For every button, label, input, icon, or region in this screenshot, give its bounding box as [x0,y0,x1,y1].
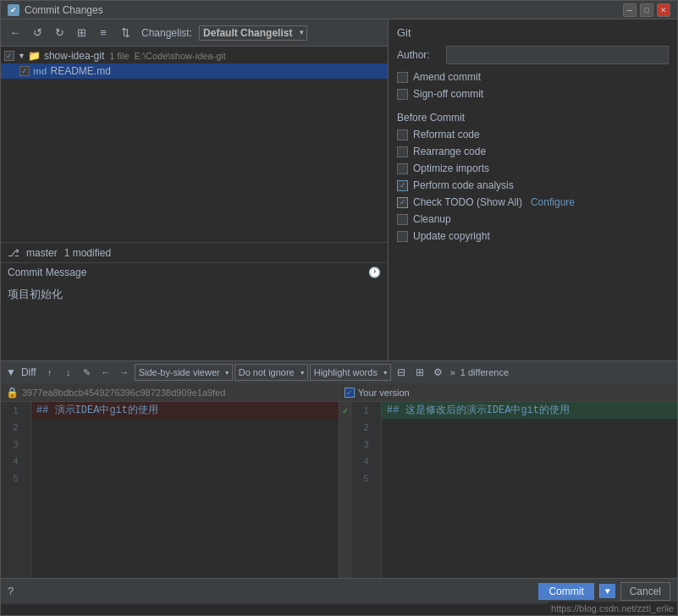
changelist-label: Changelist: [141,27,192,39]
code-analysis-row: Perform code analysis [397,179,669,191]
sign-off-checkbox[interactable] [397,89,408,100]
expand-icon-button[interactable]: ⊞ [411,364,428,381]
diff-right-line-2: 2 [351,419,381,436]
diff-left-code: ## 演示IDEA中git的使用 [31,402,339,578]
changelist-wrapper: Default Changelist ▼ [199,25,307,41]
diff-right-code-line-1: ## 这是修改后的演示IDEA中git的使用 [382,402,677,419]
highlight-type-dropdown[interactable]: Highlight words [310,364,391,381]
cancel-button[interactable]: Cancel [620,582,670,601]
amend-commit-checkbox[interactable] [397,72,408,83]
diff-edit-button[interactable]: ✎ [79,364,96,381]
viewer-type-dropdown[interactable]: Side-by-side viewer [135,364,233,381]
cleanup-checkbox[interactable] [397,214,408,225]
reformat-code-checkbox[interactable] [397,129,408,140]
branch-name: master [26,247,58,259]
diff-section: ▼ Diff ↑ ↓ ✎ ← → Side-by-side viewer ▼ D… [1,360,677,578]
diff-left-line-1: 1 [1,402,30,419]
tree-item-root[interactable]: ▼ 📁 show-idea-git 1 file E:\Code\show-id… [1,48,388,63]
collapse-icon-button[interactable]: ⊟ [393,364,410,381]
right-panel: Git Author: Amend commit Sign-off commit… [389,19,677,360]
reformat-code-label: Reformat code [413,129,480,140]
tree-checkbox-readme[interactable] [19,66,30,76]
diff-right-code-line-4 [382,453,677,470]
branch-status: ⎇ master 1 modified [1,242,388,262]
diff-file-hash: 3977ea8bdbcb4549276396c987238d909e1a9fed [22,388,225,398]
code-analysis-checkbox[interactable] [397,180,408,191]
diff-right-line-5: 5 [351,470,381,487]
list-button[interactable]: ≡ [94,24,113,42]
diff-prev-button[interactable]: ↑ [41,364,58,381]
diff-right-checkbox[interactable] [345,388,355,398]
undo-button[interactable]: ↺ [28,24,47,42]
bottom-right-actions: Commit ▼ Cancel [538,582,670,601]
diff-nav-left-button[interactable]: ← [97,364,114,381]
diff-left-code-line-2 [31,419,339,436]
settings-icon-button[interactable]: ⚙ [430,364,447,381]
diff-right-line-4: 4 [351,453,381,470]
diff-next-button[interactable]: ↓ [60,364,77,381]
viewer-dropdown-wrapper: Side-by-side viewer ▼ [135,364,233,381]
optimize-imports-checkbox[interactable] [397,163,408,174]
sort-button[interactable]: ⇅ [116,24,135,42]
amend-commit-row: Amend commit [397,71,669,83]
diff-indicator: ✓ [339,402,351,578]
commit-button[interactable]: Commit [538,583,593,600]
cleanup-row: Cleanup [397,213,669,225]
window-title: Commit Changes [25,4,623,16]
git-label: Git [397,26,669,39]
check-todo-checkbox[interactable] [397,197,408,208]
commit-header: Commit Message 🕐 [1,263,388,282]
commit-section: Commit Message 🕐 项目初始化 [1,262,388,360]
commit-message-input[interactable]: 项目初始化 [1,282,388,358]
diff-viewer: 🔒 3977ea8bdbcb4549276396c987238d909e1a9f… [1,383,677,578]
diff-header: ▼ Diff ↑ ↓ ✎ ← → Side-by-side viewer ▼ D… [1,361,677,383]
update-copyright-row: Update copyright [397,230,669,242]
optimize-imports-row: Optimize imports [397,162,669,174]
help-icon[interactable]: ? [8,585,14,597]
tree-checkbox-root[interactable] [4,51,14,61]
tree-item-readme[interactable]: md README.md [1,63,388,79]
diff-left-line-3: 3 [1,436,30,453]
diff-left-code-line-1: ## 演示IDEA中git的使用 [31,402,339,419]
file-icon: md [33,66,47,76]
tree-expand-icon: ▼ [18,52,25,60]
diff-right-code-line-3 [382,436,677,453]
author-input[interactable] [446,46,669,64]
tree-root-label: show-idea-git [44,50,104,62]
diff-label: Diff [21,366,36,378]
ignore-type-dropdown[interactable]: Do not ignore [234,364,308,381]
commit-dropdown-button[interactable]: ▼ [599,584,615,598]
diff-right-pane: Your version ✓ 1 2 3 [339,383,677,578]
minimize-button[interactable]: ─ [623,3,637,17]
diff-left-line-2: 2 [1,419,30,436]
configure-link[interactable]: Configure [531,196,575,208]
close-button[interactable]: ✕ [657,3,670,17]
lock-icon: 🔒 [6,387,19,399]
group-button[interactable]: ⊞ [72,24,91,42]
reformat-code-row: Reformat code [397,129,669,140]
update-copyright-checkbox[interactable] [397,231,408,242]
file-tree: ▼ 📁 show-idea-git 1 file E:\Code\show-id… [1,47,388,242]
optimize-imports-label: Optimize imports [413,162,489,174]
main-content: ← ↺ ↻ ⊞ ≡ ⇅ Changelist: Default Changeli… [1,19,677,360]
restore-button[interactable]: □ [640,3,653,17]
commit-changes-dialog: ✔ Commit Changes ─ □ ✕ ← ↺ ↻ ⊞ ≡ ⇅ Chang… [0,0,678,616]
commit-label: Commit Message [8,267,86,278]
back-button[interactable]: ← [6,24,25,42]
refresh-button[interactable]: ↻ [50,24,69,42]
diff-right-code-line-2 [382,419,677,436]
diff-right-code: ## 这是修改后的演示IDEA中git的使用 [382,402,677,578]
bottom-bar: ? Commit ▼ Cancel [1,578,677,603]
rearrange-code-label: Rearrange code [413,146,486,157]
changelist-dropdown[interactable]: Default Changelist [199,25,307,41]
diff-right-lines: ✓ 1 2 3 4 5 [339,402,677,578]
title-bar: ✔ Commit Changes ─ □ ✕ [1,1,677,19]
diff-count: 1 difference [460,367,509,377]
tree-root-path: E:\Code\show-idea-git [135,51,226,61]
diff-nav-right-button[interactable]: → [116,364,133,381]
code-analysis-label: Perform code analysis [413,179,514,191]
rearrange-code-checkbox[interactable] [397,146,408,157]
left-panel: ← ↺ ↻ ⊞ ≡ ⇅ Changelist: Default Changeli… [1,19,389,360]
window-controls: ─ □ ✕ [623,3,670,17]
history-icon[interactable]: 🕐 [368,267,381,278]
